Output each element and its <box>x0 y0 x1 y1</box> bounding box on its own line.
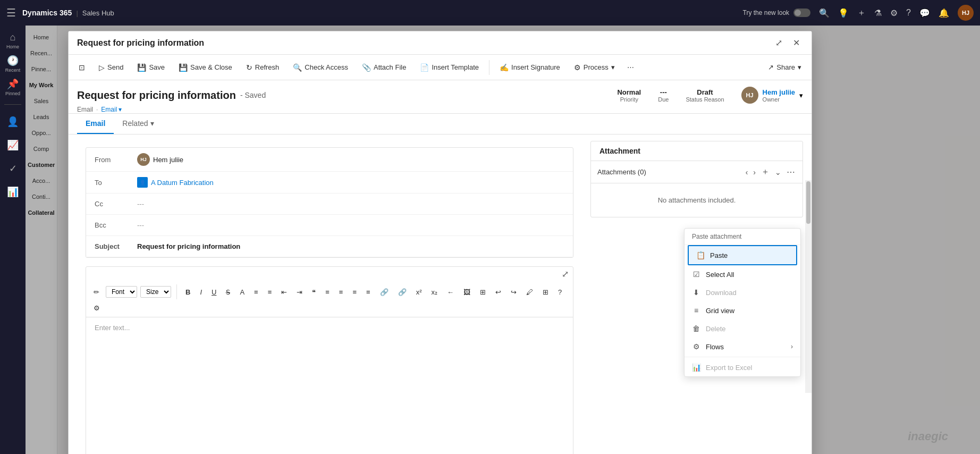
more-tools-button[interactable]: ⊞ <box>477 287 489 298</box>
undo-button[interactable]: ↩ <box>492 287 504 298</box>
superscript-button[interactable]: x² <box>413 287 425 298</box>
popup-button[interactable]: ⊡ <box>73 60 91 75</box>
modal-title: Request for pricing information <box>77 38 204 48</box>
highlight-button[interactable]: 🖊 <box>523 287 536 298</box>
sidebar-item-home[interactable]: ⌂ Home <box>2 30 23 51</box>
scroll-thumb[interactable] <box>806 181 810 224</box>
sidebar-activities-icon[interactable]: ✓ <box>2 158 23 179</box>
settings-button[interactable]: ⚙ <box>90 302 103 314</box>
recent-icon: 🕐 <box>7 55 19 66</box>
context-menu-item-gridview[interactable]: ≡ Grid view <box>685 301 800 320</box>
activities-icon: ✓ <box>9 163 17 174</box>
try-new-toggle[interactable]: Try the new look <box>743 9 811 17</box>
blockquote-button[interactable]: ❝ <box>309 287 319 298</box>
refresh-button[interactable]: ↻ Refresh <box>240 60 285 75</box>
sidebar-item-recent[interactable]: 🕐 Recent <box>2 53 23 74</box>
send-button[interactable]: ▷ Send <box>93 60 129 75</box>
paste-label: Paste <box>710 251 728 259</box>
share-label: Share <box>776 63 795 71</box>
italic-button[interactable]: I <box>197 287 205 298</box>
attachment-more-button[interactable]: ⋯ <box>785 166 796 178</box>
align-justify-button[interactable]: ≡ <box>363 287 374 298</box>
email-text-input[interactable]: Enter text... <box>86 317 573 360</box>
toggle-switch[interactable] <box>793 9 810 17</box>
chat-icon[interactable]: 💬 <box>919 8 930 18</box>
owner-chevron: ▾ <box>799 91 803 99</box>
notification-icon[interactable]: 🔔 <box>939 8 949 18</box>
to-field[interactable]: To 👤 A Datum Fabrication <box>86 172 573 194</box>
attach-file-button[interactable]: 📎 Attach File <box>356 60 412 75</box>
number-list-button[interactable]: ≡ <box>265 287 275 298</box>
share-button[interactable]: ↗ Share ▾ <box>762 60 807 74</box>
bullet-list-button[interactable]: ≡ <box>251 287 261 298</box>
plus-icon[interactable]: ＋ <box>857 7 866 19</box>
settings-icon[interactable]: ⚙ <box>890 8 898 18</box>
special-char-button[interactable]: ← <box>444 287 457 298</box>
user-avatar[interactable]: HJ <box>958 5 974 21</box>
attachment-next-button[interactable]: › <box>752 167 757 178</box>
size-select[interactable]: Size <box>140 286 171 298</box>
underline-button[interactable]: U <box>208 287 219 298</box>
tab-related[interactable]: Related ▾ <box>114 114 162 134</box>
sidebar-dashboard-icon[interactable]: 📊 <box>2 181 23 203</box>
process-button[interactable]: ⚙ Process ▾ <box>568 60 621 75</box>
check-access-button[interactable]: 🔍 Check Access <box>287 60 354 75</box>
tab-email[interactable]: Email <box>77 114 114 134</box>
image-button[interactable]: 🖼 <box>460 287 474 298</box>
save-close-button[interactable]: 💾 Save & Close <box>173 60 238 75</box>
due-block: --- Due <box>658 88 669 103</box>
sidebar-item-pinned[interactable]: 📌 Pinned <box>2 77 23 98</box>
record-type1: Email <box>77 106 93 113</box>
attachment-expand-button[interactable]: ⌄ <box>774 167 782 178</box>
context-menu-item-flows[interactable]: ⚙ Flows › <box>685 338 800 356</box>
bcc-field[interactable]: Bcc --- <box>86 215 573 236</box>
unlink-button[interactable]: 🔗 <box>395 287 410 298</box>
pencil-tool-btn[interactable]: ✏ <box>90 287 103 298</box>
lightbulb-icon[interactable]: 💡 <box>838 8 849 18</box>
strikethrough-button[interactable]: S̶ <box>223 287 233 298</box>
insert-template-button[interactable]: 📄 Insert Template <box>414 60 485 75</box>
help-icon[interactable]: ? <box>906 8 911 18</box>
context-menu-item-paste[interactable]: 📋 Paste <box>688 245 797 265</box>
attachment-prev-button[interactable]: ‹ <box>745 167 749 178</box>
align-left-button[interactable]: ≡ <box>322 287 333 298</box>
subject-label: Subject <box>95 242 137 250</box>
email-form: From HJ Hem juliie To 👤 A Datum Fabricat… <box>86 147 573 258</box>
sales-icon: 📈 <box>7 139 19 151</box>
scrollbar[interactable] <box>805 180 812 393</box>
table-button[interactable]: ⊞ <box>539 287 552 298</box>
redo-button[interactable]: ↪ <box>508 287 520 298</box>
modal-expand-button[interactable]: ⤢ <box>772 36 785 50</box>
bold-button[interactable]: B <box>182 287 193 298</box>
filter-icon[interactable]: ⚗ <box>874 8 882 18</box>
search-icon[interactable]: 🔍 <box>819 8 830 18</box>
insert-signature-button[interactable]: ✍ Insert Signature <box>494 60 566 75</box>
sidebar-nav-icon[interactable]: 👤 <box>2 111 23 132</box>
record-type2-dropdown[interactable]: Email ▾ <box>101 106 122 113</box>
decrease-indent-button[interactable]: ⇤ <box>278 287 290 298</box>
link-button[interactable]: 🔗 <box>377 287 392 298</box>
record-header: Request for pricing information - Saved … <box>69 80 812 114</box>
more-button[interactable]: ⋯ <box>623 61 638 73</box>
increase-indent-button[interactable]: ⇥ <box>293 287 306 298</box>
cc-field[interactable]: Cc --- <box>86 194 573 215</box>
font-select[interactable]: Font <box>106 286 137 298</box>
save-button[interactable]: 💾 Save <box>131 60 171 75</box>
align-right-button[interactable]: ≡ <box>349 287 360 298</box>
sidebar-sales-icon[interactable]: 📈 <box>2 134 23 156</box>
align-center-button[interactable]: ≡ <box>336 287 347 298</box>
bcc-value: --- <box>137 221 144 229</box>
owner-block[interactable]: HJ Hem juliie Owner ▾ <box>741 87 803 104</box>
subscript-button[interactable]: x₂ <box>428 287 441 298</box>
toggle-thumb <box>795 10 801 16</box>
font-color-button[interactable]: A <box>236 287 248 298</box>
expand-button[interactable]: ⤢ <box>562 269 569 279</box>
hamburger-icon[interactable]: ☰ <box>6 6 16 19</box>
attachment-add-button[interactable]: ＋ <box>760 165 771 179</box>
process-label: Process <box>584 63 609 71</box>
help-button[interactable]: ? <box>555 287 565 298</box>
modal-close-button[interactable]: ✕ <box>790 36 803 50</box>
context-menu-item-selectall[interactable]: ☑ Select All <box>685 265 800 283</box>
download-icon: ⬇ <box>692 288 700 297</box>
flows-icon: ⚙ <box>692 342 700 351</box>
